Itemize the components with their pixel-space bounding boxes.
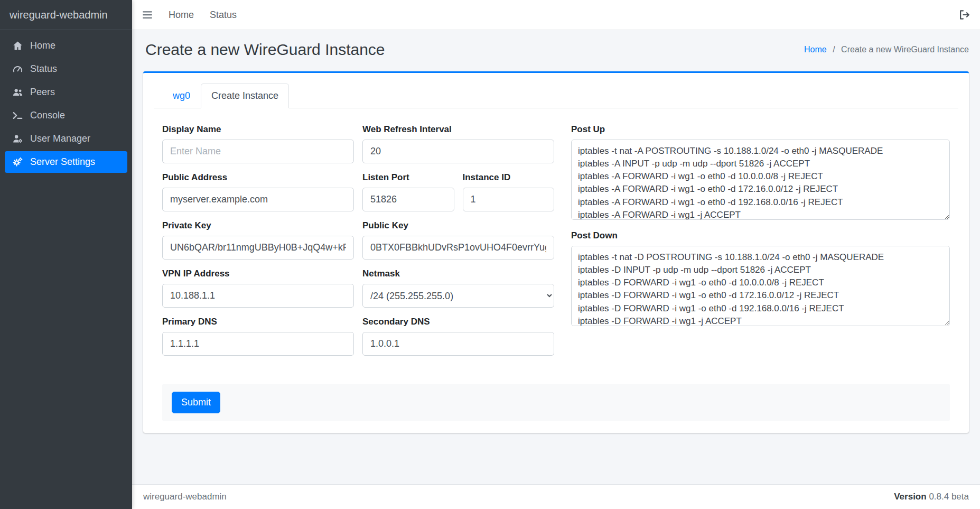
vpn-ip-group: VPN IP Address: [162, 269, 354, 308]
sidebar-item-console[interactable]: Console: [5, 105, 127, 126]
port-id-split: Listen Port Instance ID: [362, 172, 554, 211]
instance-id-label: Instance ID: [463, 172, 555, 183]
terminal-icon: [11, 110, 24, 121]
gauge-icon: [11, 64, 24, 74]
sidebar: wireguard-webadmin Home Status: [0, 0, 132, 509]
submit-strip: Submit: [162, 384, 950, 421]
private-key-group: Private Key: [162, 220, 354, 260]
submit-button[interactable]: Submit: [172, 392, 220, 413]
sidebar-menu: Home Status: [0, 30, 132, 179]
tab-wg0[interactable]: wg0: [162, 84, 201, 108]
public-address-input[interactable]: [162, 188, 354, 211]
public-key-group: Public Key: [362, 220, 554, 260]
listen-port-label: Listen Port: [362, 172, 454, 183]
menu-toggle-icon[interactable]: [142, 10, 153, 20]
sidebar-item-label: Status: [30, 63, 57, 75]
footer-version-value: 0.8.4 beta: [929, 492, 969, 502]
breadcrumb-separator: /: [833, 45, 835, 54]
netmask-label: Netmask: [362, 269, 554, 279]
netmask-group: Netmask /24 (255.255.255.0): [362, 269, 554, 308]
sidebar-item-label: Peers: [30, 87, 55, 98]
web-refresh-label: Web Refresh Interval: [362, 124, 554, 135]
primary-dns-input[interactable]: [162, 332, 354, 356]
post-up-textarea[interactable]: iptables -t nat -A POSTROUTING -s 10.188…: [571, 140, 950, 220]
page-title: Create a new WireGuard Instance: [145, 41, 385, 59]
web-refresh-input[interactable]: [362, 140, 554, 163]
breadcrumb-current: Create a new WireGuard Instance: [841, 45, 969, 54]
sidebar-item-home[interactable]: Home: [5, 35, 127, 57]
footer-version: Version 0.8.4 beta: [894, 492, 969, 502]
display-name-group: Display Name: [162, 124, 354, 163]
users-icon: [11, 87, 24, 97]
instance-tabs: wg0 Create Instance: [154, 84, 958, 108]
home-icon: [11, 41, 24, 51]
top-navbar: Home Status: [132, 0, 980, 30]
private-key-input[interactable]: [162, 236, 354, 260]
secondary-dns-label: Secondary DNS: [362, 317, 554, 327]
sidebar-item-status[interactable]: Status: [5, 58, 127, 80]
vpn-ip-label: VPN IP Address: [162, 269, 354, 279]
vpn-ip-input[interactable]: [162, 284, 354, 308]
form-left-column: Display Name Web Refresh Interval Public…: [162, 124, 554, 365]
page-footer: wireguard-webadmin Version 0.8.4 beta: [132, 484, 980, 509]
main-column: Home Status Create a new WireGuard Insta…: [132, 0, 980, 509]
display-name-label: Display Name: [162, 124, 354, 135]
footer-version-label: Version: [894, 492, 926, 502]
post-down-label: Post Down: [571, 230, 950, 241]
public-key-label: Public Key: [362, 220, 554, 231]
sidebar-item-user-manager[interactable]: User Manager: [5, 128, 127, 150]
users-gear-icon: [11, 134, 24, 144]
footer-app-name: wireguard-webadmin: [143, 492, 227, 502]
sidebar-item-label: Server Settings: [30, 156, 95, 168]
display-name-input[interactable]: [162, 140, 354, 163]
post-up-label: Post Up: [571, 124, 950, 135]
secondary-dns-group: Secondary DNS: [362, 317, 554, 356]
public-address-group: Public Address: [162, 172, 354, 211]
content-header: Create a new WireGuard Instance Home / C…: [132, 30, 980, 63]
sidebar-item-label: Home: [30, 40, 55, 51]
sidebar-item-server-settings[interactable]: Server Settings: [5, 151, 127, 173]
breadcrumb-home-link[interactable]: Home: [804, 45, 827, 54]
instance-id-input[interactable]: [463, 188, 555, 211]
topnav-link-home[interactable]: Home: [169, 10, 194, 21]
app-root: wireguard-webadmin Home Status: [0, 0, 980, 509]
listen-port-group: Listen Port: [362, 172, 454, 211]
web-refresh-group: Web Refresh Interval: [362, 124, 554, 163]
form-right-column: Post Up iptables -t nat -A POSTROUTING -…: [571, 124, 950, 365]
instance-id-group: Instance ID: [463, 172, 555, 211]
tab-create-instance[interactable]: Create Instance: [201, 84, 289, 108]
secondary-dns-input[interactable]: [362, 332, 554, 356]
sidebar-item-label: User Manager: [30, 133, 90, 144]
sign-out-icon[interactable]: [958, 9, 970, 21]
public-key-input[interactable]: [362, 236, 554, 260]
gears-icon: [11, 157, 24, 167]
post-up-group: Post Up iptables -t nat -A POSTROUTING -…: [571, 124, 950, 222]
brand-link[interactable]: wireguard-webadmin: [0, 0, 132, 30]
instance-form: Display Name Web Refresh Interval Public…: [154, 124, 958, 365]
public-address-label: Public Address: [162, 172, 354, 183]
topnav-link-status[interactable]: Status: [210, 10, 237, 21]
primary-dns-group: Primary DNS: [162, 317, 354, 356]
breadcrumb: Home / Create a new WireGuard Instance: [804, 45, 969, 54]
post-down-group: Post Down iptables -t nat -D POSTROUTING…: [571, 230, 950, 328]
post-down-textarea[interactable]: iptables -t nat -D POSTROUTING -s 10.188…: [571, 246, 950, 326]
listen-port-input[interactable]: [362, 188, 454, 211]
primary-dns-label: Primary DNS: [162, 317, 354, 327]
sidebar-item-peers[interactable]: Peers: [5, 81, 127, 103]
netmask-select[interactable]: /24 (255.255.255.0): [362, 284, 554, 308]
sidebar-item-label: Console: [30, 110, 65, 121]
private-key-label: Private Key: [162, 220, 354, 231]
instance-card: wg0 Create Instance Display Name Web Ref: [143, 71, 969, 433]
instance-card-body: wg0 Create Instance Display Name Web Ref: [143, 73, 969, 433]
